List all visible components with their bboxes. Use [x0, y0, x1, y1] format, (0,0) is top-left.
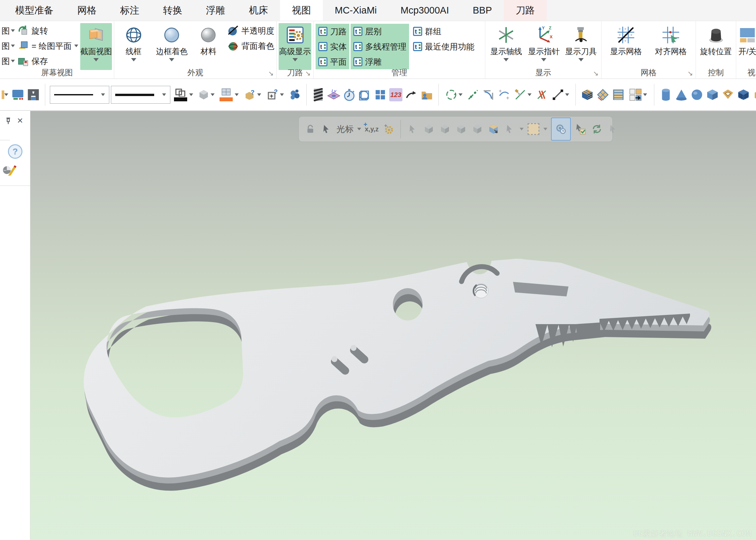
show-axes-button[interactable]: 显示轴线: [487, 23, 525, 70]
record-active-button[interactable]: [551, 117, 571, 141]
redo-icon[interactable]: [404, 88, 418, 102]
block-grid-icon[interactable]: [736, 88, 750, 102]
grid-dialog-launcher[interactable]: ↘: [687, 70, 693, 76]
cursor-select-icon[interactable]: [320, 123, 333, 135]
machine-panel-icon[interactable]: [11, 88, 25, 102]
endpoints-line-icon[interactable]: [550, 88, 571, 102]
refresh-icon[interactable]: [591, 123, 603, 135]
regen-circle-icon[interactable]: [443, 88, 465, 102]
translucency-button[interactable]: 半透明度: [227, 23, 274, 38]
xyz-point-icon[interactable]: +x,y,z: [365, 125, 378, 133]
graphics-viewport[interactable]: 光标 +x,y,z +: [30, 111, 756, 540]
clipped-left-icon[interactable]: [1, 88, 9, 102]
rotate-position-button[interactable]: 旋转位置: [698, 23, 734, 70]
tab-machine[interactable]: 机床: [237, 0, 280, 21]
mesh-cube-icon[interactable]: [580, 88, 594, 102]
manager-toggle-solids[interactable]: 实体: [316, 39, 349, 54]
arrow-icon[interactable]: [406, 123, 419, 135]
tab-art[interactable]: 浮雕: [194, 0, 237, 21]
cylinder-icon[interactable]: [659, 88, 673, 102]
close-icon[interactable]: ×: [17, 115, 23, 125]
manager-toggle-toolpaths[interactable]: 刀路: [316, 24, 349, 39]
machine-icon[interactable]: [26, 88, 40, 102]
unlock-icon[interactable]: [304, 123, 317, 135]
block-top-icon[interactable]: [752, 88, 756, 102]
edge-shading-button[interactable]: 边框着色: [151, 23, 193, 70]
draw-plane-button[interactable]: = 绘图平面: [18, 38, 78, 54]
cube-icon-1[interactable]: [439, 123, 451, 135]
cube-icon-2[interactable]: [455, 123, 467, 135]
solid-color-icon[interactable]: [197, 88, 216, 102]
cone-icon[interactable]: [675, 88, 688, 102]
section-view-button[interactable]: 截面视图: [80, 23, 112, 70]
level-icon[interactable]: Lv: [327, 88, 341, 102]
model-3d-multitool[interactable]: [30, 111, 756, 540]
sphere-icon[interactable]: [690, 88, 704, 102]
appearance-dialog-launcher[interactable]: ↘: [268, 70, 274, 76]
cube-colored-icon[interactable]: [487, 123, 500, 135]
snap-grid-button[interactable]: 对齐网格: [648, 23, 693, 70]
material-button[interactable]: 材料: [193, 23, 224, 70]
wireframe-button[interactable]: 线框: [116, 23, 151, 70]
fillet-icon[interactable]: [482, 88, 496, 102]
tab-model-prep[interactable]: 模型准备: [3, 0, 66, 21]
show-pointer-button[interactable]: Y Z X 显示指针: [525, 23, 562, 70]
cut-view-button-2[interactable]: 图: [2, 38, 15, 54]
cube-check-icon[interactable]: [422, 123, 435, 135]
mesh-color-icon[interactable]: [218, 88, 241, 102]
drill-icon[interactable]: [311, 88, 325, 102]
cube-icon[interactable]: [705, 88, 719, 102]
display-dialog-launcher[interactable]: ↘: [593, 70, 599, 76]
advanced-display-button[interactable]: 高级显示: [279, 23, 311, 70]
analyze-dash-icon[interactable]: [466, 88, 480, 102]
tab-toolpaths[interactable]: 刀路: [504, 0, 547, 21]
manager-toggle-multithread[interactable]: 多线程管理: [351, 39, 409, 54]
break-red-icon[interactable]: [535, 88, 549, 102]
cursor-dashed-icon[interactable]: [504, 123, 516, 135]
show-tool-button[interactable]: 显示刀具: [563, 23, 599, 70]
mesh-plane-icon[interactable]: [596, 88, 610, 102]
add-question-icon[interactable]: +?: [265, 88, 286, 102]
cube-icon-3[interactable]: [471, 123, 484, 135]
cube-question-icon[interactable]: ?: [242, 88, 263, 102]
numbered-123-icon[interactable]: 123: [389, 88, 403, 102]
torus-icon[interactable]: [721, 88, 735, 102]
puzzle-icon[interactable]: [288, 88, 302, 102]
line-width-combo[interactable]: [111, 86, 170, 104]
cursor-check-icon[interactable]: [574, 123, 587, 135]
cursor-dropdown-caret[interactable]: [357, 128, 361, 130]
tab-transform[interactable]: 转换: [151, 0, 194, 21]
tab-bbp[interactable]: BBP: [461, 0, 504, 21]
manager-toggle-groups[interactable]: 群组: [410, 24, 477, 39]
curve-points-icon[interactable]: ++: [497, 88, 511, 102]
selection-box-icon[interactable]: [527, 123, 540, 135]
tab-mesh[interactable]: 网格: [66, 0, 108, 21]
wire-sphere-icon[interactable]: [358, 88, 372, 102]
mesh-table-icon[interactable]: [611, 88, 625, 102]
tab-mcp3000ai[interactable]: Mcp3000AI: [388, 0, 461, 21]
manager-toggle-recent[interactable]: 最近使用功能: [410, 39, 477, 54]
cursor-dashed-caret[interactable]: [520, 128, 524, 130]
pin-icon[interactable]: [4, 116, 13, 125]
viewports-icon[interactable]: [627, 88, 649, 102]
tab-view-active[interactable]: 视图: [280, 0, 323, 21]
tab-drafting[interactable]: 标注: [108, 0, 151, 21]
line-style-combo[interactable]: [50, 86, 109, 104]
show-grid-button[interactable]: +++ +++ ++ 显示网格: [603, 23, 648, 70]
arrow-disabled-icon[interactable]: [607, 123, 619, 135]
save-view-button[interactable]: 保存: [18, 54, 78, 68]
wire-color-icon[interactable]: [172, 88, 195, 102]
gear-plus-icon[interactable]: +: [382, 123, 395, 135]
manager-toggle-levels[interactable]: 层别: [351, 24, 409, 39]
viewport-onoff-button[interactable]: 开/关: [738, 23, 756, 70]
trim-knife-icon[interactable]: [513, 88, 533, 102]
cut-view-button-3[interactable]: 视图: [2, 54, 15, 68]
tab-mc-xiami[interactable]: MC-XiaMi: [323, 0, 388, 21]
backside-shading-button[interactable]: 背面着色: [227, 38, 274, 54]
selection-box-caret[interactable]: [543, 128, 547, 130]
analyze-pencil-icon[interactable]: [2, 163, 30, 178]
help-icon[interactable]: ?: [8, 144, 22, 159]
folder-user-icon[interactable]: [420, 88, 434, 102]
stopwatch-icon[interactable]: [342, 88, 356, 102]
rotate-button[interactable]: 旋转: [18, 23, 78, 38]
